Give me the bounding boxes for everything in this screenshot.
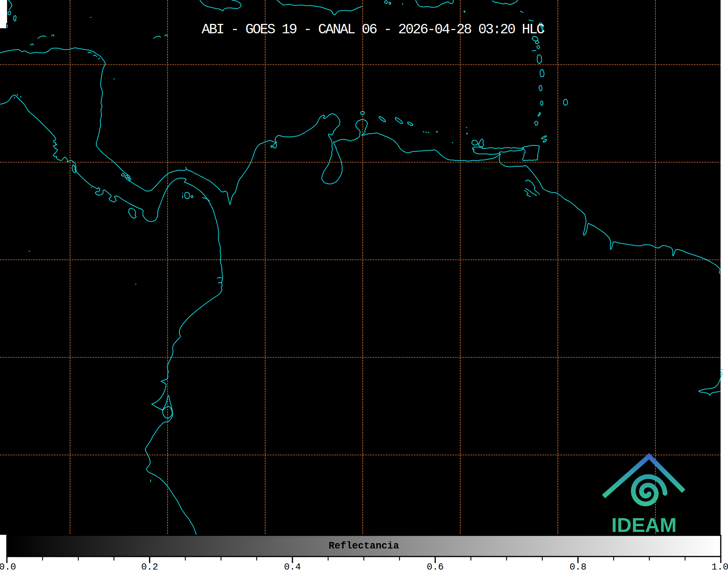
svg-text:Reflectancia: Reflectancia [329,541,399,551]
svg-text:0.2: 0.2 [141,562,158,571]
svg-text:ABI - GOES 19 - CANAL 06 - 202: ABI - GOES 19 - CANAL 06 - 2026-04-28 03… [202,22,544,38]
svg-text:0.8: 0.8 [569,562,586,571]
svg-text:IDEAM: IDEAM [611,513,677,536]
svg-text:0.0: 0.0 [0,562,16,571]
svg-text:0.4: 0.4 [284,562,301,571]
svg-text:1.0: 1.0 [712,562,728,571]
svg-text:0.6: 0.6 [427,562,444,571]
